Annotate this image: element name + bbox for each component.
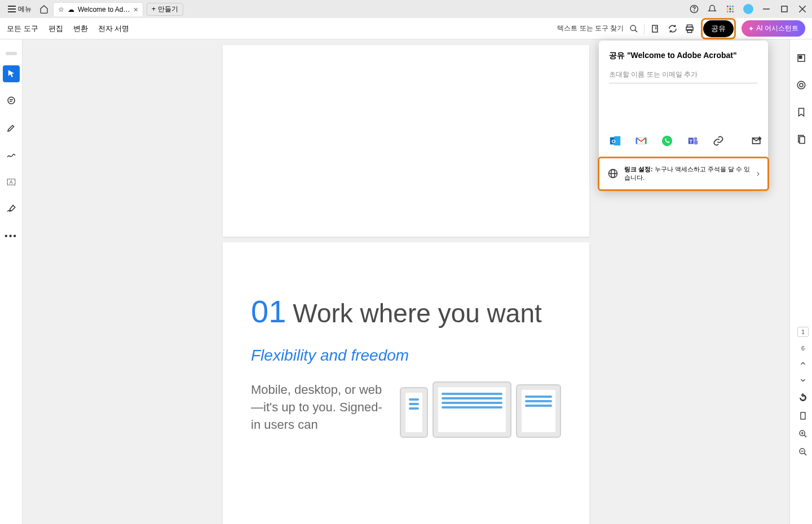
pointer-tool-button[interactable] (3, 65, 20, 82)
menu-button[interactable]: 메뉴 (5, 2, 35, 16)
star-icon: ☆ (58, 6, 64, 14)
total-pages: 6 (801, 345, 805, 352)
send-invite-button[interactable] (751, 134, 762, 148)
toolbar-right: 텍스트 또는 도구 찾기 공유 ✦ AI 어시스턴트 (557, 18, 805, 39)
ai-label: AI 어시스턴트 (756, 24, 798, 33)
outlook-share-button[interactable]: O (609, 134, 621, 148)
convert-button[interactable]: 변환 (73, 24, 88, 34)
link-settings-label: 링크 설정: (624, 166, 653, 172)
globe-icon (607, 168, 619, 179)
svg-rect-12 (782, 6, 787, 12)
esign-button[interactable]: 전자 서명 (98, 24, 130, 34)
svg-text:T: T (690, 139, 693, 144)
current-page-input[interactable]: 1 (797, 327, 809, 337)
notifications-button[interactable] (707, 4, 717, 14)
share-button[interactable]: 공유 (703, 20, 734, 37)
separator (644, 24, 645, 34)
panel-button-1[interactable] (793, 50, 810, 66)
text-box-icon: A (6, 177, 16, 187)
toolbar: 모든 도구 편집 변환 전자 서명 텍스트 또는 도구 찾기 공유 ✦ AI 어… (0, 18, 812, 39)
pages-icon (796, 134, 806, 144)
select-tool-button[interactable] (650, 23, 661, 34)
search-button[interactable]: 텍스트 또는 도구 찾기 (557, 24, 624, 33)
link-settings-text: 링크 설정: 누구나 액세스하고 주석을 달 수 있습니다. (624, 165, 751, 183)
avatar[interactable] (743, 4, 753, 14)
signature-icon (6, 204, 16, 214)
document-page-1 (223, 45, 589, 237)
svg-rect-31 (800, 137, 805, 144)
svg-point-28 (797, 81, 805, 89)
text-tool-button[interactable]: A (3, 174, 20, 190)
link-settings-button[interactable]: 링크 설정: 누구나 액세스하고 주석을 달 수 있습니다. › (598, 157, 769, 191)
svg-text:A: A (10, 180, 13, 185)
apps-button[interactable] (725, 4, 735, 14)
copy-link-button[interactable] (713, 134, 724, 148)
teams-share-button[interactable]: T (687, 134, 699, 148)
more-tools-button[interactable]: ••• (3, 228, 20, 245)
draw-icon (6, 150, 16, 160)
devices-illustration (400, 381, 561, 438)
ellipsis-icon: ••• (5, 231, 17, 241)
document-tab[interactable]: ☆ ☁ Welcome to Ado... × (53, 2, 143, 16)
minimize-icon (763, 6, 770, 12)
section-number: 01 (251, 293, 286, 330)
comment-tool-button[interactable] (3, 92, 20, 109)
print-button[interactable] (684, 23, 695, 34)
svg-line-50 (804, 453, 806, 455)
close-window-button[interactable] (797, 4, 807, 14)
new-tab-button[interactable]: + 만들기 (147, 3, 183, 16)
pages-panel-button[interactable] (793, 131, 810, 148)
tab-title: Welcome to Ado... (78, 6, 130, 14)
svg-line-16 (635, 30, 637, 32)
home-button[interactable] (38, 3, 50, 15)
titlebar-left: 메뉴 ☆ ☁ Welcome to Ado... × + 만들기 (5, 2, 183, 16)
bookmark-icon (796, 107, 806, 117)
body-text: Mobile, desktop, or web—it's up to you. … (251, 381, 383, 438)
zoom-in-button[interactable] (798, 429, 807, 439)
svg-line-46 (804, 435, 806, 437)
tab-close-button[interactable]: × (134, 5, 138, 14)
svg-rect-6 (730, 8, 731, 10)
invite-input[interactable]: 초대할 이름 또는 이메일 추가 (609, 66, 758, 83)
at-icon (796, 80, 806, 90)
sign-tool-button[interactable] (3, 201, 20, 217)
outlook-icon: O (609, 135, 621, 147)
help-icon (690, 5, 699, 14)
page-down-button[interactable] (799, 376, 807, 385)
page-up-button[interactable] (799, 359, 807, 368)
panel-button-2[interactable] (793, 77, 810, 94)
rotate-button[interactable] (798, 393, 807, 403)
minimize-button[interactable] (761, 4, 771, 14)
whatsapp-share-button[interactable] (661, 134, 673, 148)
zoom-out-button[interactable] (798, 447, 807, 458)
search-label: 텍스트 또는 도구 찾기 (557, 24, 624, 32)
svg-rect-9 (730, 11, 731, 12)
chevron-up-icon (799, 359, 807, 367)
ai-assistant-button[interactable]: ✦ AI 어시스턴트 (742, 20, 805, 37)
gmail-share-button[interactable] (635, 134, 647, 148)
fit-page-button[interactable] (798, 411, 807, 421)
svg-rect-3 (730, 6, 731, 7)
edit-button[interactable]: 편집 (48, 24, 63, 34)
all-tools-button[interactable]: 모든 도구 (7, 24, 38, 34)
svg-rect-10 (732, 11, 734, 12)
svg-rect-5 (727, 8, 729, 10)
titlebar: 메뉴 ☆ ☁ Welcome to Ado... × + 만들기 (0, 0, 812, 18)
left-tool-rail: A ••• (0, 39, 23, 524)
sync-button[interactable] (667, 23, 678, 34)
maximize-button[interactable] (779, 4, 789, 14)
svg-rect-4 (732, 6, 734, 7)
zoom-out-icon (798, 447, 807, 456)
search-icon[interactable] (629, 24, 638, 33)
rail-grip[interactable] (6, 52, 17, 55)
envelope-send-icon (751, 135, 762, 146)
help-button[interactable] (689, 4, 699, 14)
phone-illustration (400, 387, 428, 438)
bookmark-panel-button[interactable] (793, 104, 810, 121)
document-page-2: 01 Work where you want Flexibility and f… (223, 242, 589, 524)
select-icon (651, 24, 661, 34)
home-icon (39, 5, 48, 14)
draw-tool-button[interactable] (3, 146, 20, 163)
chevron-down-icon (799, 376, 807, 384)
highlight-tool-button[interactable] (3, 119, 20, 136)
